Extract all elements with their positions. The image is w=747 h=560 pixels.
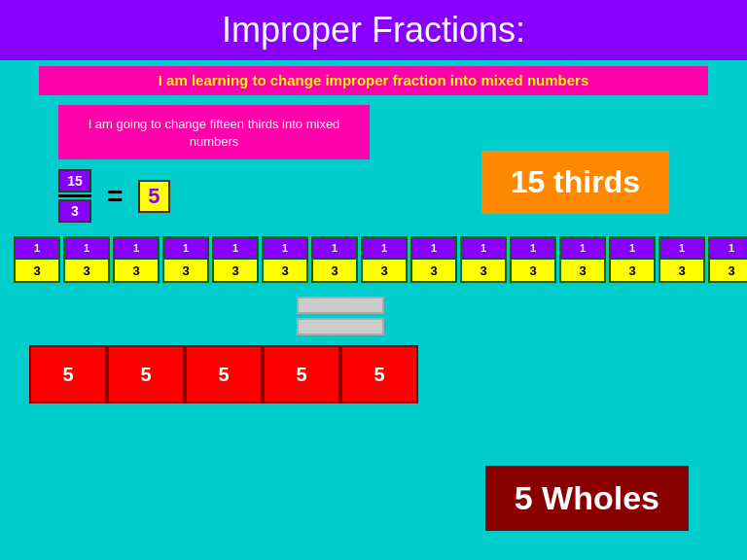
fraction-line xyxy=(58,194,91,197)
tile-10: 13 xyxy=(460,236,507,283)
learning-text: I am going to change fifteen thirds into… xyxy=(89,117,340,149)
tile-numerator-5: 1 xyxy=(214,238,257,260)
tile-denominator-4: 3 xyxy=(164,260,207,281)
tile-denominator-10: 3 xyxy=(462,260,505,281)
tile-numerator-13: 1 xyxy=(611,238,654,260)
tile-denominator-5: 3 xyxy=(214,260,257,281)
result-value: 5 xyxy=(138,180,169,213)
tile-denominator-8: 3 xyxy=(363,260,406,281)
tile-denominator-3: 3 xyxy=(115,260,158,281)
equals-sign: = xyxy=(107,181,123,212)
whole-box-2: 5 xyxy=(107,345,185,403)
whole-box-1: 5 xyxy=(29,345,107,403)
wholes-boxes: 55555 xyxy=(29,345,418,403)
tile-9: 13 xyxy=(410,236,457,283)
tile-numerator-7: 1 xyxy=(313,238,356,260)
eq-line-top xyxy=(297,297,384,314)
tile-3: 13 xyxy=(113,236,160,283)
tile-denominator-11: 3 xyxy=(512,260,554,281)
page-title: Improper Fractions: xyxy=(0,10,747,51)
tile-denominator-14: 3 xyxy=(660,260,703,281)
tile-numerator-11: 1 xyxy=(512,238,554,260)
tile-4: 13 xyxy=(162,236,209,283)
tile-numerator-14: 1 xyxy=(660,238,703,260)
tile-1: 13 xyxy=(14,236,60,283)
tile-2: 13 xyxy=(63,236,110,283)
tile-14: 13 xyxy=(658,236,705,283)
tile-denominator-2: 3 xyxy=(65,260,108,281)
tile-11: 13 xyxy=(510,236,556,283)
fraction-display: 15 3 xyxy=(58,169,91,223)
tile-denominator-9: 3 xyxy=(412,260,455,281)
equals-graphic xyxy=(292,297,389,335)
tile-7: 13 xyxy=(311,236,358,283)
learning-box: I am going to change fifteen thirds into… xyxy=(58,105,370,159)
tile-denominator-6: 3 xyxy=(264,260,306,281)
tile-6: 13 xyxy=(262,236,308,283)
tile-numerator-1: 1 xyxy=(16,238,58,260)
tile-8: 13 xyxy=(361,236,408,283)
thirds-label: 15 thirds xyxy=(481,151,669,214)
wholes-row: 55555 xyxy=(29,345,718,403)
tile-13: 13 xyxy=(609,236,656,283)
tile-numerator-9: 1 xyxy=(412,238,455,260)
header: Improper Fractions: xyxy=(0,0,747,60)
tile-numerator-3: 1 xyxy=(115,238,158,260)
wholes-label: 5 Wholes xyxy=(485,466,689,531)
tile-numerator-10: 1 xyxy=(462,238,505,260)
tile-denominator-7: 3 xyxy=(313,260,356,281)
whole-box-5: 5 xyxy=(340,345,418,403)
tile-numerator-8: 1 xyxy=(363,238,406,260)
tile-numerator-6: 1 xyxy=(264,238,306,260)
tile-12: 13 xyxy=(559,236,606,283)
whole-box-3: 5 xyxy=(185,345,263,403)
tile-numerator-12: 1 xyxy=(561,238,604,260)
tile-denominator-15: 3 xyxy=(710,260,747,281)
tile-15: 13 xyxy=(708,236,747,283)
denominator: 3 xyxy=(58,199,91,223)
tile-numerator-15: 1 xyxy=(710,238,747,260)
numerator: 15 xyxy=(58,169,91,192)
eq-line-bottom xyxy=(297,318,384,335)
subtitle-bar: I am learning to change improper fractio… xyxy=(39,66,708,95)
tile-denominator-12: 3 xyxy=(561,260,604,281)
tile-denominator-13: 3 xyxy=(611,260,654,281)
tiles-strip: 131313131313131313131313131313 xyxy=(10,232,737,287)
tile-numerator-4: 1 xyxy=(164,238,207,260)
tile-numerator-2: 1 xyxy=(65,238,108,260)
tile-5: 13 xyxy=(212,236,259,283)
subtitle-text: I am learning to change improper fractio… xyxy=(159,72,589,88)
whole-box-4: 5 xyxy=(263,345,340,403)
tile-denominator-1: 3 xyxy=(16,260,58,281)
